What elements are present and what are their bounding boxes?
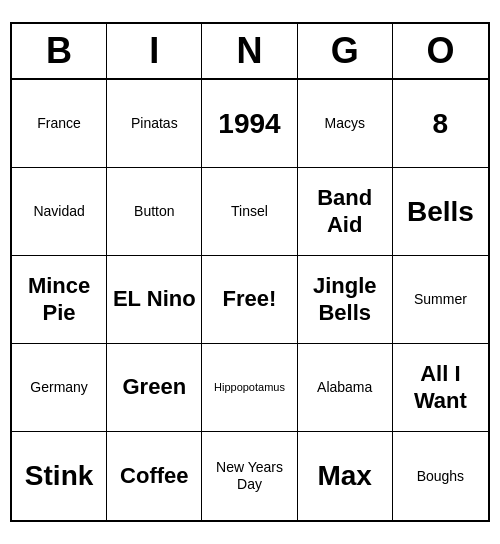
cell-r1-c3: Band Aid <box>298 168 393 256</box>
header-letter: I <box>107 24 202 78</box>
bingo-grid: FrancePinatas1994Macys8NavidadButtonTins… <box>12 80 488 520</box>
cell-r0-c3: Macys <box>298 80 393 168</box>
cell-r4-c1: Coffee <box>107 432 202 520</box>
cell-r2-c0: Mince Pie <box>12 256 107 344</box>
cell-r3-c4: All I Want <box>393 344 488 432</box>
header-letter: O <box>393 24 488 78</box>
header-letter: G <box>298 24 393 78</box>
bingo-header: BINGO <box>12 24 488 80</box>
cell-r0-c2: 1994 <box>202 80 297 168</box>
cell-r4-c3: Max <box>298 432 393 520</box>
cell-r0-c0: France <box>12 80 107 168</box>
cell-r1-c4: Bells <box>393 168 488 256</box>
cell-r1-c2: Tinsel <box>202 168 297 256</box>
cell-r1-c1: Button <box>107 168 202 256</box>
cell-r2-c3: Jingle Bells <box>298 256 393 344</box>
cell-r4-c0: Stink <box>12 432 107 520</box>
cell-r3-c2: Hippopotamus <box>202 344 297 432</box>
cell-r2-c4: Summer <box>393 256 488 344</box>
cell-r4-c2: New Years Day <box>202 432 297 520</box>
cell-r0-c4: 8 <box>393 80 488 168</box>
cell-r3-c1: Green <box>107 344 202 432</box>
cell-r2-c2: Free! <box>202 256 297 344</box>
header-letter: N <box>202 24 297 78</box>
cell-r4-c4: Boughs <box>393 432 488 520</box>
bingo-card: BINGO FrancePinatas1994Macys8NavidadButt… <box>10 22 490 522</box>
cell-r3-c3: Alabama <box>298 344 393 432</box>
header-letter: B <box>12 24 107 78</box>
cell-r1-c0: Navidad <box>12 168 107 256</box>
cell-r2-c1: EL Nino <box>107 256 202 344</box>
cell-r0-c1: Pinatas <box>107 80 202 168</box>
cell-r3-c0: Germany <box>12 344 107 432</box>
